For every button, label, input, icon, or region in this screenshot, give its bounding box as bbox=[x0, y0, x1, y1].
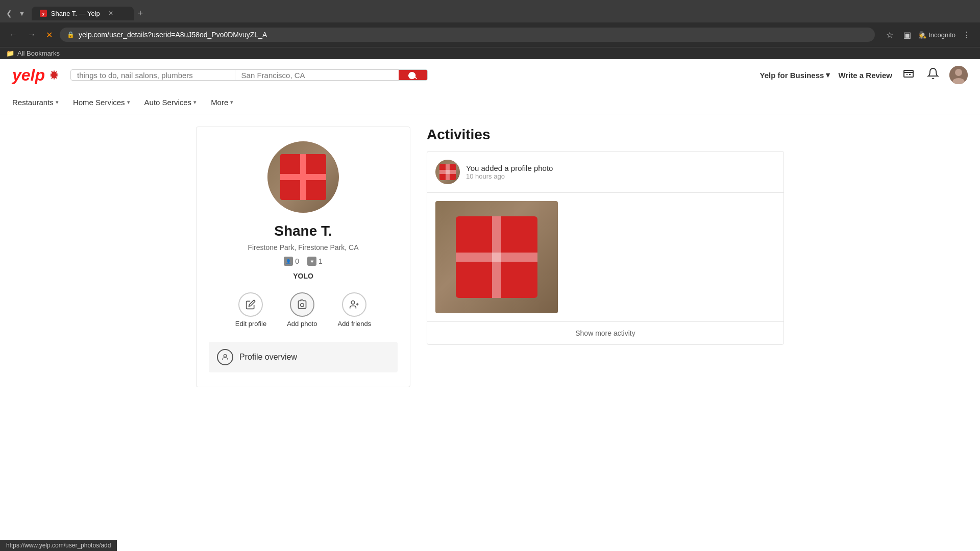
yelp-burst-icon bbox=[48, 69, 60, 81]
yelp-header: yelp Yelp for Busines bbox=[0, 59, 980, 114]
tab-bar: ❮ ▼ y Shane T. — Yelp ✕ + bbox=[0, 0, 980, 22]
address-bar[interactable]: 🔒 bbox=[60, 28, 875, 42]
nav-home-services-label: Home Services bbox=[73, 98, 125, 107]
reviews-stat-icon: ✱ bbox=[307, 257, 316, 266]
nav-restaurants-label: Restaurants bbox=[12, 98, 54, 107]
yelp-nav: Restaurants ▾ Home Services ▾ Auto Servi… bbox=[12, 91, 968, 114]
incognito-badge: 🕵 Incognito bbox=[918, 31, 955, 39]
person-icon bbox=[221, 353, 229, 361]
menu-button[interactable]: ⋮ bbox=[960, 27, 974, 43]
activity-photo bbox=[435, 201, 558, 313]
svg-point-5 bbox=[352, 301, 355, 305]
edit-profile-button[interactable]: Edit profile bbox=[235, 292, 266, 328]
browser-toolbar: ← → ✕ 🔒 ☆ ▣ 🕵 Incognito ⋮ bbox=[0, 22, 980, 47]
svg-rect-0 bbox=[904, 70, 913, 77]
forward-button[interactable]: → bbox=[24, 27, 39, 42]
activities-section: Activities You added a profile photo bbox=[410, 127, 784, 387]
activity-avatar-image bbox=[435, 160, 460, 184]
activity-gift-inner bbox=[439, 164, 456, 180]
edit-profile-label: Edit profile bbox=[235, 320, 266, 328]
profile-overview-label: Profile overview bbox=[239, 353, 297, 362]
add-photo-icon bbox=[290, 292, 314, 317]
tab-nav-arrows: ❮ ▼ bbox=[4, 7, 28, 19]
edit-profile-icon bbox=[238, 292, 263, 317]
activity-description: You added a profile photo bbox=[466, 164, 553, 172]
tab-title: Shane T. — Yelp bbox=[51, 10, 100, 17]
add-friends-icon bbox=[342, 292, 366, 317]
notifications-icon bbox=[927, 67, 939, 80]
profile-stats: 👤 0 ✱ 1 bbox=[209, 257, 398, 266]
lock-icon: 🔒 bbox=[67, 31, 75, 38]
incognito-label: Incognito bbox=[928, 31, 955, 39]
tab-close-btn[interactable]: ✕ bbox=[108, 10, 113, 17]
tab-forward-btn[interactable]: ▼ bbox=[16, 7, 28, 19]
reviews-stat: ✱ 1 bbox=[307, 257, 323, 266]
add-photo-label: Add photo bbox=[287, 320, 317, 328]
yelp-logo-text: yelp bbox=[12, 66, 45, 85]
nav-more-label: More bbox=[211, 98, 228, 107]
write-review-link[interactable]: Write a Review bbox=[838, 71, 892, 80]
nav-auto-services-chevron: ▾ bbox=[193, 99, 197, 106]
activity-time: 10 hours ago bbox=[466, 172, 553, 180]
profile-actions: Edit profile Add photo Add friends bbox=[209, 292, 398, 328]
back-button[interactable]: ← bbox=[6, 27, 20, 42]
activity-image-wrapper bbox=[427, 193, 783, 321]
url-input[interactable] bbox=[79, 31, 868, 39]
friends-count: 0 bbox=[295, 257, 299, 265]
nav-more-chevron: ▾ bbox=[230, 99, 233, 106]
yelp-header-top: yelp Yelp for Busines bbox=[12, 59, 968, 91]
search-button[interactable] bbox=[399, 70, 427, 80]
active-tab[interactable]: y Shane T. — Yelp ✕ bbox=[32, 7, 134, 20]
tab-back-btn[interactable]: ❮ bbox=[4, 7, 14, 19]
activity-avatar bbox=[435, 160, 460, 184]
location-input-wrapper bbox=[235, 70, 399, 80]
header-actions: Yelp for Business ▾ Write a Review bbox=[760, 65, 968, 85]
main-content: Shane T. Firestone Park, Firestone Park,… bbox=[184, 114, 796, 399]
activity-card: You added a profile photo 10 hours ago bbox=[427, 151, 784, 345]
add-photo-button[interactable]: Add photo bbox=[287, 292, 317, 328]
gift-photo-inner bbox=[456, 216, 537, 298]
profile-location: Firestone Park, Firestone Park, CA bbox=[209, 243, 398, 252]
friends-stat-icon: 👤 bbox=[284, 257, 293, 266]
add-friends-label: Add friends bbox=[337, 320, 371, 328]
show-more-activity-button[interactable]: Show more activity bbox=[427, 321, 783, 344]
sidebar-button[interactable]: ▣ bbox=[900, 27, 914, 43]
profile-avatar bbox=[267, 141, 339, 213]
profile-name: Shane T. bbox=[209, 223, 398, 239]
nav-home-services[interactable]: Home Services ▾ bbox=[73, 96, 130, 109]
friends-stat: 👤 0 bbox=[284, 257, 299, 266]
notifications-icon-btn[interactable] bbox=[925, 65, 941, 85]
activity-info: You added a profile photo 10 hours ago bbox=[466, 164, 553, 180]
incognito-icon: 🕵 bbox=[918, 31, 926, 39]
show-more-label: Show more activity bbox=[575, 329, 635, 337]
new-tab-button[interactable]: + bbox=[134, 8, 148, 19]
add-friends-button[interactable]: Add friends bbox=[337, 292, 371, 328]
gift-box-inner bbox=[280, 154, 326, 200]
transactions-icon-btn[interactable] bbox=[900, 65, 917, 85]
yelp-page: yelp Yelp for Busines bbox=[0, 59, 980, 399]
profile-overview-button[interactable]: Profile overview bbox=[209, 342, 398, 372]
location-input[interactable] bbox=[241, 71, 393, 80]
profile-overview-icon bbox=[217, 349, 233, 365]
transactions-icon bbox=[902, 67, 915, 80]
yelp-for-business-link[interactable]: Yelp for Business ▾ bbox=[760, 70, 830, 80]
all-bookmarks-label[interactable]: All Bookmarks bbox=[17, 49, 60, 57]
browser-chrome: ❮ ▼ y Shane T. — Yelp ✕ + ← → ✕ 🔒 ☆ ▣ 🕵 … bbox=[0, 0, 980, 59]
toolbar-actions: ☆ ▣ 🕵 Incognito ⋮ bbox=[883, 27, 974, 43]
reload-button[interactable]: ✕ bbox=[43, 27, 56, 43]
svg-point-8 bbox=[224, 355, 226, 357]
bookmarks-bar: 📁 All Bookmarks bbox=[0, 47, 980, 59]
nav-restaurants[interactable]: Restaurants ▾ bbox=[12, 96, 59, 109]
yelp-for-business-label: Yelp for Business bbox=[760, 71, 824, 80]
nav-auto-services-label: Auto Services bbox=[144, 98, 192, 107]
search-input[interactable] bbox=[77, 71, 229, 80]
user-avatar[interactable] bbox=[949, 66, 968, 84]
yelp-logo[interactable]: yelp bbox=[12, 66, 60, 85]
profile-bio: YOLO bbox=[209, 272, 398, 280]
nav-auto-services[interactable]: Auto Services ▾ bbox=[144, 96, 197, 109]
gift-ribbon-vertical bbox=[300, 154, 306, 200]
camera-icon bbox=[297, 299, 307, 310]
pencil-icon bbox=[246, 299, 256, 310]
nav-more[interactable]: More ▾ bbox=[211, 96, 233, 109]
bookmark-button[interactable]: ☆ bbox=[883, 27, 896, 43]
